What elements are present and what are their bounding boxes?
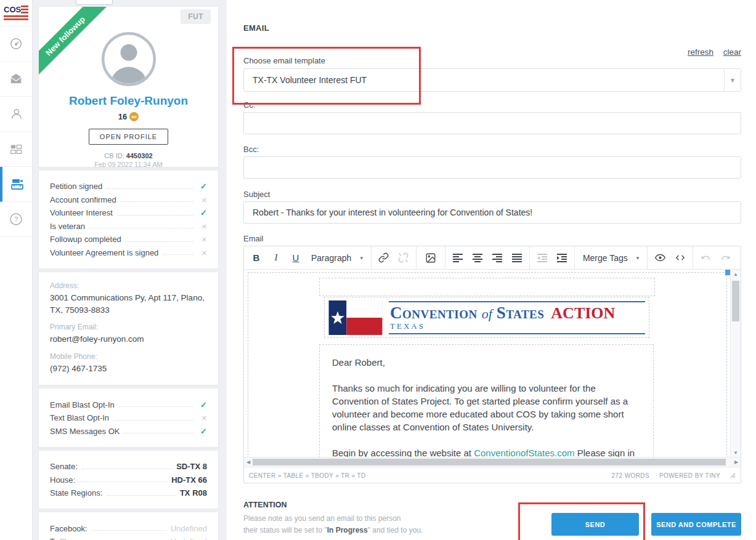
vertical-scroll-thumb[interactable] xyxy=(732,281,739,321)
email-greeting: Dear Robert, xyxy=(332,356,641,369)
underline-button[interactable]: U xyxy=(287,249,305,267)
indent-icon xyxy=(557,254,567,262)
sidebar-item-help[interactable]: ? xyxy=(0,202,32,237)
scroll-up-arrow[interactable]: ▲ xyxy=(731,270,741,278)
editor-content[interactable]: Convention of States ACTION TEXAS Dear R… xyxy=(244,270,741,457)
chevron-down-icon: ▾ xyxy=(360,255,363,261)
send-and-complete-button[interactable]: SEND AND COMPLETE xyxy=(651,513,741,536)
attention-status-value: In Progress xyxy=(327,526,368,534)
align-center-button[interactable] xyxy=(468,249,487,267)
send-button[interactable]: SEND xyxy=(551,513,639,536)
person-icon xyxy=(9,107,23,121)
horizontal-scroll-thumb[interactable] xyxy=(253,459,726,465)
email-body-cell[interactable]: Dear Robert, Thanks so much for indicati… xyxy=(319,344,654,457)
merge-tags-label: Merge Tags xyxy=(583,253,628,263)
dotted-leader xyxy=(79,482,167,482)
bcc-input[interactable] xyxy=(243,156,741,179)
sidebar-item-mail[interactable] xyxy=(0,62,32,97)
italic-button[interactable]: I xyxy=(267,249,285,267)
cb-id-label: CB ID: xyxy=(104,152,124,159)
district-label: State Regions: xyxy=(50,488,102,498)
svg-text:COS: COS xyxy=(4,5,22,14)
contact-header-card: New followup FUT Robert Foley-Runyon 16 … xyxy=(38,6,219,167)
attention-line2-end: " and tied to you. xyxy=(368,526,423,534)
paragraph-style-value: Paragraph xyxy=(311,253,351,263)
paragraph-style-select[interactable]: Paragraph ▾ xyxy=(306,249,368,267)
attention-note: Please note as you send an email to this… xyxy=(243,513,423,536)
social-value: Undefined xyxy=(171,537,207,540)
district-label: Senate: xyxy=(50,462,78,471)
checklist-row: Volunteer Agreement is signed xyxy=(50,246,207,260)
checklist-row: Petition signed xyxy=(50,180,207,193)
optin-row: Text Blast Opt-In xyxy=(50,411,207,425)
refresh-link[interactable]: refresh xyxy=(688,47,713,57)
address-block: Address: 3001 Communications Py, Apt 117… xyxy=(50,281,207,316)
dotted-leader xyxy=(117,215,194,216)
align-right-button[interactable] xyxy=(488,249,506,267)
social-row: Twitter: Undefined xyxy=(50,535,207,540)
source-code-button[interactable] xyxy=(671,249,689,267)
remove-link-button[interactable] xyxy=(394,249,413,267)
chevron-down-icon[interactable]: ▼ xyxy=(724,69,741,91)
scroll-down-arrow[interactable]: ▼ xyxy=(731,448,741,457)
rich-text-editor: B I U Paragraph ▾ xyxy=(243,246,741,483)
optin-card: Email Blast Opt-In Text Blast Opt-In SMS… xyxy=(38,388,219,448)
email-text: Begin by accessing the website at xyxy=(332,448,474,457)
insert-image-button[interactable] xyxy=(420,249,442,267)
editor-vertical-scrollbar[interactable]: ▲ ▼ xyxy=(730,270,741,457)
justify-icon xyxy=(512,254,522,262)
undo-button[interactable] xyxy=(696,249,715,267)
sidebar-item-boards[interactable] xyxy=(0,132,32,167)
clipped-top-tab xyxy=(76,0,113,5)
bold-button[interactable]: B xyxy=(247,249,266,267)
status-mark-icon xyxy=(198,195,207,204)
optin-row: Email Blast Opt-In xyxy=(50,398,207,411)
element-path[interactable]: CENTER » TABLE » TBODY » TR » TD xyxy=(249,472,612,479)
indent-button[interactable] xyxy=(553,249,571,267)
undo-icon xyxy=(701,253,711,263)
panel-links: refresh clear xyxy=(680,47,741,57)
dotted-leader xyxy=(107,495,176,496)
attention-title: ATTENTION xyxy=(243,501,287,509)
preview-button[interactable] xyxy=(651,249,670,267)
cos-logo[interactable]: COS xyxy=(0,0,32,26)
checklist-row: Account confirmed xyxy=(50,193,207,207)
unlink-icon xyxy=(398,252,408,263)
sidebar-item-toolbox[interactable] xyxy=(0,167,32,202)
resize-grip-icon[interactable] xyxy=(730,473,736,478)
template-select[interactable]: TX-TX Volunteer Interest FUT ▼ xyxy=(243,68,741,92)
mobile-phone-value: (972) 467-1735 xyxy=(50,363,207,375)
editor-horizontal-scrollbar[interactable]: ◀ ▶ xyxy=(244,457,741,467)
sidebar-item-dashboard[interactable] xyxy=(0,26,32,62)
redo-button[interactable] xyxy=(716,249,734,267)
sidebar-item-contacts[interactable] xyxy=(0,97,32,132)
redo-icon xyxy=(720,253,731,263)
panel-title: EMAIL xyxy=(243,23,269,33)
optin-label: Text Blast Opt-In xyxy=(50,413,109,422)
template-selected-value: TX-TX Volunteer Interest FUT xyxy=(244,75,724,85)
justify-button[interactable] xyxy=(508,249,526,267)
district-row: House: HD-TX 66 xyxy=(50,473,207,486)
dotted-leader xyxy=(163,254,194,255)
powered-by-tiny: POWERED BY TINY xyxy=(659,472,720,479)
link-icon xyxy=(378,252,389,263)
scroll-right-arrow[interactable]: ▶ xyxy=(732,457,741,467)
cc-input[interactable] xyxy=(243,112,741,134)
district-row: State Regions: TX R08 xyxy=(50,486,207,500)
status-mark-icon xyxy=(198,413,207,422)
svg-text:?: ? xyxy=(14,216,18,223)
insert-link-button[interactable] xyxy=(375,249,393,267)
outdent-button[interactable] xyxy=(533,249,551,267)
merge-tags-select[interactable]: Merge Tags ▾ xyxy=(578,249,644,267)
contact-name[interactable]: Robert Foley-Runyon xyxy=(39,94,218,108)
clear-link[interactable]: clear xyxy=(723,47,741,57)
cos-action-logo: Convention of States ACTION TEXAS xyxy=(389,301,645,334)
open-profile-button[interactable]: OPEN PROFILE xyxy=(89,129,168,145)
table-empty-row xyxy=(319,278,655,296)
mail-icon xyxy=(9,72,23,86)
align-left-button[interactable] xyxy=(449,249,467,267)
conventionofstates-link[interactable]: ConventionofStates.com xyxy=(474,448,574,457)
avatar xyxy=(101,31,156,87)
scroll-left-arrow[interactable]: ◀ xyxy=(244,457,253,467)
subject-input[interactable] xyxy=(243,201,741,224)
